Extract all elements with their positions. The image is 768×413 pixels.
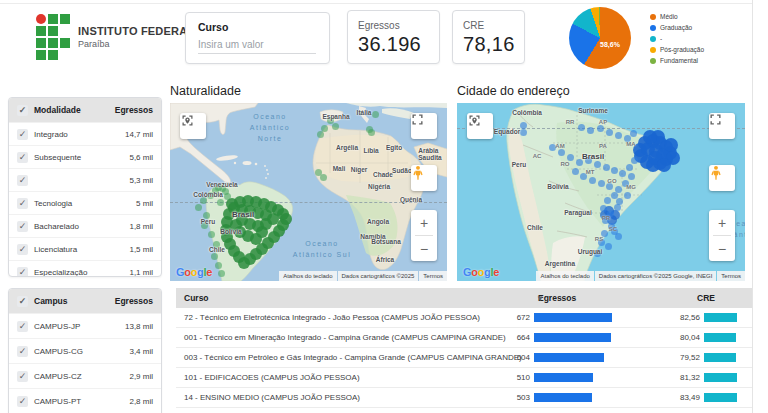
map-marker	[624, 135, 631, 142]
filter-value: 5,6 mil	[129, 153, 153, 162]
map-marker	[605, 243, 612, 250]
map-data-label: Dados cartográficos ©2025 Google, INEGI	[595, 271, 716, 281]
map-marker	[200, 197, 207, 204]
recenter-button[interactable]	[467, 113, 493, 139]
map-marker	[611, 192, 618, 199]
fullscreen-icon	[411, 113, 424, 126]
filter-label: CAMPUS-CZ	[34, 372, 82, 381]
modalidade-header: ✓ Modalidade Egressos	[9, 98, 161, 122]
keyboard-shortcuts-link[interactable]: Atalhos do teclado	[536, 271, 593, 281]
map-marker	[332, 123, 339, 130]
campus-rows: ✓CAMPUS-JP13,8 mil✓CAMPUS-CG3,4 mil✓CAMP…	[9, 313, 161, 413]
table-row[interactable]: 72 - Técnico em Eletrotécnica Integrado …	[176, 308, 752, 328]
zoom-in-button[interactable]: +	[411, 210, 437, 235]
metric-header[interactable]: Egressos	[115, 105, 153, 115]
checkbox[interactable]: ✓	[17, 221, 28, 232]
checkbox[interactable]: ✓	[17, 175, 28, 186]
select-all-checkbox[interactable]: ✓	[17, 105, 28, 116]
checkbox[interactable]: ✓	[17, 346, 28, 357]
filter-label: Integrado	[34, 130, 68, 139]
column-header-curso[interactable]: Curso	[184, 288, 209, 308]
course-name: 101 - EDIFICACOES (CAMPUS JOÃO PESSOA)	[184, 368, 360, 387]
filter-row[interactable]: ✓CAMPUS-CG3,4 mil	[9, 338, 161, 363]
keyboard-shortcuts-link[interactable]: Atalhos do teclado	[279, 271, 336, 281]
pie-chart[interactable]: 58,6%	[569, 7, 631, 69]
table-row[interactable]: 14 - ENSINO MEDIO (CAMPUS JOÃO PESSOA)50…	[176, 388, 752, 408]
map-marker	[615, 233, 622, 240]
filter-row[interactable]: ✓Tecnologia5 mil	[9, 191, 161, 214]
map-marker	[195, 204, 202, 211]
checkbox[interactable]: ✓	[17, 129, 28, 140]
curso-filter-label: Curso	[198, 21, 329, 33]
recenter-button[interactable]	[180, 113, 206, 139]
map-marker	[657, 158, 671, 172]
filter-row[interactable]: ✓CAMPUS-JP13,8 mil	[9, 313, 161, 338]
ifpb-logo: INSTITUTO FEDERAL Paraíba	[36, 14, 194, 60]
fullscreen-button[interactable]	[709, 113, 735, 139]
page-edge-divider	[752, 0, 753, 413]
column-header-cre[interactable]: CRE	[697, 288, 715, 308]
filter-label: Bacharelado	[34, 222, 79, 231]
map-marker	[549, 144, 556, 151]
pegman-button[interactable]	[709, 165, 735, 191]
map-marker	[578, 124, 585, 131]
filter-row[interactable]: ✓Licenciatura1,5 mil	[9, 237, 161, 260]
map-marker	[664, 138, 678, 152]
zoom-in-button[interactable]: +	[709, 210, 735, 235]
filter-value: 2,9 mil	[129, 372, 153, 381]
sort-desc-icon: ▾	[538, 288, 542, 308]
map-marker	[208, 231, 215, 238]
map-marker	[631, 157, 638, 164]
course-table-header: Curso Egressos ▾ CRE	[176, 288, 752, 308]
terms-link[interactable]: Termos	[717, 271, 745, 281]
map-title-endereco: Cidade do endereço	[457, 84, 570, 98]
filter-row[interactable]: ✓Subsequente5,6 mil	[9, 145, 161, 168]
table-row[interactable]: 28 - TÉCNICO EM EDIFICAÇÕES (CAMPUS JOÃO…	[176, 408, 752, 413]
checkbox[interactable]: ✓	[17, 152, 28, 163]
filter-row[interactable]: ✓CAMPUS-PT2,8 mil	[9, 388, 161, 413]
filter-value: 1,1 mil	[129, 268, 153, 277]
filter-row[interactable]: ✓Bacharelado1,8 mil	[9, 214, 161, 237]
map-marker	[598, 180, 605, 187]
map-naturalidade[interactable]: Oceano Atlântico NorteOceano Atlântico S…	[170, 103, 447, 281]
dimension-header[interactable]: Campus	[34, 296, 68, 306]
zoom-out-button[interactable]: −	[411, 236, 437, 261]
filter-row[interactable]: ✓Integrado14,7 mil	[9, 122, 161, 145]
map-marker	[601, 230, 608, 237]
table-row[interactable]: 001 - Técnico em Mineração Integrado - C…	[176, 328, 752, 348]
legend-label: Graduação	[660, 24, 692, 31]
checkbox[interactable]: ✓	[17, 371, 28, 382]
table-row[interactable]: 101 - EDIFICACOES (CAMPUS JOÃO PESSOA)51…	[176, 368, 752, 388]
top-divider	[0, 3, 752, 4]
map-marker	[215, 184, 222, 191]
fullscreen-button[interactable]	[411, 113, 437, 139]
curso-input[interactable]	[198, 39, 316, 54]
filter-value: 1,8 mil	[129, 222, 153, 231]
zoom-out-button[interactable]: −	[709, 236, 735, 261]
map-marker	[211, 253, 218, 260]
pegman-button[interactable]	[411, 165, 437, 191]
checkbox[interactable]: ✓	[17, 321, 28, 332]
metric-header[interactable]: Egressos	[115, 296, 153, 306]
dimension-header[interactable]: Modalidade	[34, 105, 81, 115]
filter-row[interactable]: ✓CAMPUS-CZ2,9 mil	[9, 363, 161, 388]
table-row[interactable]: 003 - Técnico em Petróleo e Gás Integrad…	[176, 348, 752, 368]
map-endereco[interactable]: ColômbiaSurinameRRAPEquadorAMPAMAACBrasi…	[457, 103, 745, 281]
egressos-bar	[534, 353, 604, 362]
checkbox[interactable]: ✓	[17, 396, 28, 407]
filter-value: 3,4 mil	[129, 347, 153, 356]
terms-link[interactable]: Termos	[419, 271, 447, 281]
checkbox[interactable]: ✓	[17, 198, 28, 209]
checkbox[interactable]: ✓	[17, 267, 28, 278]
map-marker	[628, 173, 635, 180]
legend-item: Fundamental	[650, 57, 704, 64]
fullscreen-icon	[709, 113, 722, 126]
map-data-label: Dados cartográficos ©2025	[338, 271, 419, 281]
select-all-checkbox[interactable]: ✓	[17, 296, 28, 307]
logo-subtitle: Paraíba	[78, 39, 194, 49]
checkbox[interactable]: ✓	[17, 244, 28, 255]
filter-label: Subsequente	[34, 153, 81, 162]
filter-row[interactable]: ✓5,3 mil	[9, 168, 161, 191]
filter-row[interactable]: ✓Especialização1,1 mil	[9, 260, 161, 277]
cre-value: 80,04	[680, 328, 700, 347]
